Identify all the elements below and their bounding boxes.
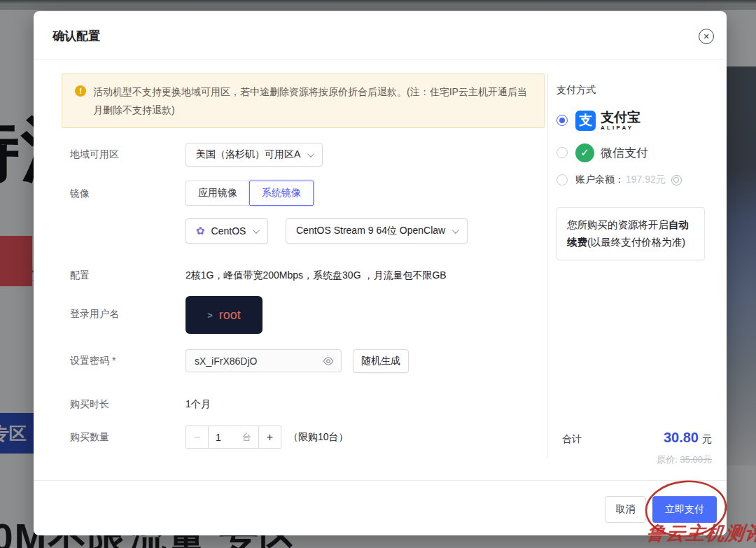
balance-label: 账户余额： xyxy=(575,174,624,186)
eye-icon[interactable] xyxy=(323,356,334,367)
radio-icon[interactable] xyxy=(556,174,568,185)
duration-value: 1个月 xyxy=(186,398,211,411)
wechat-pay-name: 微信支付 xyxy=(601,145,648,161)
region-select-value: 美国（洛杉矶）可用区A xyxy=(196,148,300,161)
total-label: 合计 xyxy=(562,433,664,446)
image-label: 镜像 xyxy=(70,188,90,200)
region-label: 地域可用区 xyxy=(70,148,119,161)
username-label: 登录用户名 xyxy=(70,308,119,321)
os-select[interactable]: ✿ CentOS xyxy=(186,218,268,244)
chevron-down-icon xyxy=(253,227,260,234)
wechat-pay-icon: ✓ xyxy=(575,143,594,162)
quantity-limit-note: （限购10台） xyxy=(288,431,349,444)
balance-amount: 197.92元 xyxy=(626,174,666,186)
config-value: 2核1G，峰值带宽200Mbps，系统盘30G ，月流量包不限GB xyxy=(186,269,447,282)
original-price-row: 原价: 35.00元 xyxy=(562,454,712,466)
username-value: root xyxy=(219,308,241,323)
quantity-value: 1 xyxy=(216,432,242,443)
close-icon[interactable] xyxy=(699,29,714,44)
alipay-icon: 支 xyxy=(575,111,596,131)
tab-system-image-label: 系统镜像 xyxy=(262,187,301,199)
dialog-header: 确认配置 xyxy=(34,11,727,59)
dialog-footer: 取消 立即支付 xyxy=(34,480,727,535)
warning-banner: ! 活动机型不支持更换地域可用区，若中途删除资源将按原价折合后退款。(注：住宅I… xyxy=(62,73,545,128)
os-version-select-value: CentOS Stream 9 64位 OpenClaw xyxy=(296,225,445,237)
refresh-icon[interactable] xyxy=(671,175,682,185)
username-terminal-box: > root xyxy=(186,296,262,334)
tab-app-image[interactable]: 应用镜像 xyxy=(186,181,249,206)
password-label: 设置密码 * xyxy=(70,355,115,367)
payment-option-alipay[interactable]: 支 支付宝 ALIPAY xyxy=(556,106,640,134)
confirm-config-dialog: 确认配置 ! 活动机型不支持更换地域可用区，若中途删除资源将按原价折合后退款。(… xyxy=(34,11,727,535)
auto-renewal-note: 您所购买的资源将开启自动续费(以最终支付价格为准) xyxy=(556,207,705,260)
note-text-pre: 您所购买的资源将开启 xyxy=(567,219,668,230)
alipay-sub: ALIPAY xyxy=(601,125,640,131)
total-currency: 元 xyxy=(702,433,712,446)
alipay-wordmark: 支付宝 ALIPAY xyxy=(601,111,640,131)
quantity-stepper: − 1 台 + xyxy=(186,426,281,449)
generate-password-button[interactable]: 随机生成 xyxy=(353,349,409,373)
tab-app-image-label: 应用镜像 xyxy=(198,187,237,199)
quantity-decrease-button[interactable]: − xyxy=(186,426,209,449)
quantity-increase-button[interactable]: + xyxy=(258,426,281,449)
note-text-post: (以最终支付价格为准) xyxy=(587,237,685,248)
chevron-down-icon xyxy=(452,227,459,234)
cancel-button[interactable]: 取消 xyxy=(605,496,646,523)
column-divider xyxy=(547,73,548,459)
chevron-down-icon xyxy=(307,150,314,157)
password-value: sX_iFrX86DjO xyxy=(195,356,323,367)
generate-password-label: 随机生成 xyxy=(361,355,400,367)
radio-icon[interactable] xyxy=(556,147,568,158)
payment-method-title: 支付方式 xyxy=(556,84,596,97)
duration-label: 购买时长 xyxy=(70,398,109,411)
password-input[interactable]: sX_iFrX86DjO xyxy=(186,349,342,372)
config-label: 配置 xyxy=(70,269,90,282)
screen: 特活 量型办 专区 0M不限流量 专区 确认配置 ! 活动机型不支持更换地域可用… xyxy=(0,0,756,548)
image-tab-group: 应用镜像 系统镜像 xyxy=(186,181,314,206)
total-amount: 30.80 xyxy=(664,430,699,446)
tab-system-image[interactable]: 系统镜像 xyxy=(249,181,314,206)
centos-icon: ✿ xyxy=(196,225,205,237)
os-version-select[interactable]: CentOS Stream 9 64位 OpenClaw xyxy=(286,218,468,244)
original-price-value: 35.00元 xyxy=(680,454,712,465)
dialog-title: 确认配置 xyxy=(52,28,100,44)
terminal-prompt-icon: > xyxy=(207,310,213,321)
pay-now-button[interactable]: 立即支付 xyxy=(652,496,717,523)
payment-option-wechat[interactable]: ✓ 微信支付 xyxy=(556,141,648,164)
warning-icon: ! xyxy=(75,85,86,97)
alipay-name: 支付宝 xyxy=(601,111,640,124)
region-select[interactable]: 美国（洛杉矶）可用区A xyxy=(186,143,323,167)
total-row: 合计 30.80 元 xyxy=(562,430,712,446)
quantity-input[interactable]: 1 台 xyxy=(209,426,258,449)
pay-now-button-label: 立即支付 xyxy=(665,503,704,516)
quantity-label: 购买数量 xyxy=(70,431,109,444)
cancel-button-label: 取消 xyxy=(616,503,636,516)
original-price-label: 原价: xyxy=(657,454,680,465)
payment-option-balance[interactable]: 账户余额： 197.92元 xyxy=(556,171,682,188)
quantity-unit: 台 xyxy=(242,431,251,444)
warning-text: 活动机型不支持更换地域可用区，若中途删除资源将按原价折合后退款。(注：住宅IP云… xyxy=(93,86,527,115)
os-select-value: CentOS xyxy=(211,225,246,237)
radio-selected-icon[interactable] xyxy=(556,115,568,126)
